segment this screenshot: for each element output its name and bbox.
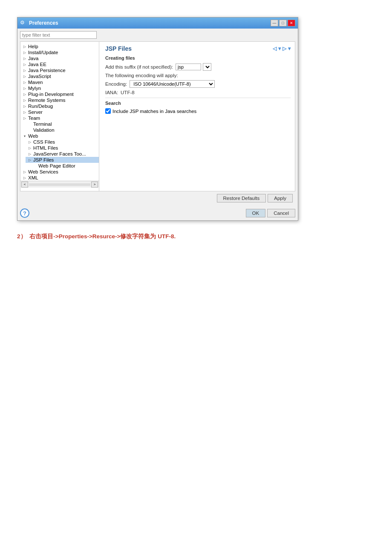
expand-icon: ▷ bbox=[22, 68, 27, 73]
tree-label: JavaServer Faces Too... bbox=[33, 151, 86, 156]
tree-label: Java EE bbox=[28, 62, 46, 67]
tree-label: Web Page Editor bbox=[38, 163, 75, 168]
filter-input[interactable] bbox=[20, 31, 97, 39]
tree-label: Validation bbox=[33, 127, 55, 133]
tree-item-server[interactable]: ▷ Server bbox=[20, 109, 99, 115]
search-section-title: Search bbox=[105, 101, 291, 106]
expand-icon: ▷ bbox=[22, 44, 27, 49]
tree-label: Plug-in Development bbox=[28, 92, 74, 97]
expand-icon: ▷ bbox=[27, 139, 32, 145]
tree-item-remote-systems[interactable]: ▷ Remote Systems bbox=[20, 97, 99, 103]
nav-forward-icon[interactable]: ▷ bbox=[282, 46, 286, 52]
scroll-track bbox=[29, 183, 90, 186]
nav-back-icon[interactable]: ◁ bbox=[273, 46, 277, 52]
expand-icon: ▷ bbox=[22, 56, 27, 61]
tree-item-mylyn[interactable]: ▷ Mylyn bbox=[20, 85, 99, 91]
suffix-label: Add this suffix (if not specified): bbox=[105, 64, 173, 69]
tree-item-web-page-editor[interactable]: Web Page Editor bbox=[31, 163, 99, 169]
ok-button[interactable]: OK bbox=[246, 209, 266, 217]
expand-icon: ▷ bbox=[22, 92, 27, 97]
panel-title-text: JSP Files bbox=[105, 45, 132, 52]
search-checkbox-row: Include JSP matches in Java searches bbox=[105, 108, 291, 114]
tree-label: XML bbox=[28, 175, 38, 180]
tree-item-terminal[interactable]: Terminal bbox=[26, 121, 99, 127]
annotation: 2） 右击项目->Properties->Resurce->修改字符集为 UTF… bbox=[17, 233, 176, 240]
expand-icon bbox=[27, 127, 32, 133]
scroll-right-btn[interactable]: > bbox=[91, 182, 98, 188]
tree-item-java[interactable]: ▷ Java bbox=[20, 55, 99, 61]
preferences-icon: ⚙ bbox=[20, 20, 27, 26]
tree-label: Team bbox=[28, 116, 40, 121]
suffix-input[interactable] bbox=[176, 64, 201, 70]
tree-label: JSP Files bbox=[33, 157, 54, 162]
tree-item-plugin-development[interactable]: ▷ Plug-in Development bbox=[20, 91, 99, 97]
tree-label: Web Services bbox=[28, 169, 58, 174]
apply-button[interactable]: Apply bbox=[268, 194, 293, 202]
tree-item-install-update[interactable]: ▷ Install/Update bbox=[20, 49, 99, 55]
title-bar: ⚙ Preferences — □ ✕ bbox=[17, 17, 298, 29]
scroll-left-btn[interactable]: < bbox=[21, 182, 28, 188]
tree-item-xml[interactable]: ▷ XML bbox=[20, 175, 99, 181]
tree-label: Server bbox=[28, 110, 43, 115]
expand-icon: ▷ bbox=[22, 74, 27, 79]
tree-scrollbar: < > bbox=[20, 181, 99, 188]
content-panel: JSP Files ◁ ▾ ▷ ▾ Creating files Add thi… bbox=[101, 42, 295, 191]
tree-label: Mylyn bbox=[28, 86, 41, 91]
restore-defaults-button[interactable]: Restore Defaults bbox=[217, 194, 266, 202]
preferences-dialog: ⚙ Preferences — □ ✕ ▷ Help bbox=[17, 17, 298, 221]
expand-icon: ▷ bbox=[22, 86, 27, 91]
encoding-row: Encoding: ISO 10646/Unicode(UTF-8) bbox=[105, 80, 291, 88]
tree-item-css-files[interactable]: ▷ CSS Files bbox=[26, 139, 99, 145]
expand-icon: ▷ bbox=[22, 104, 27, 109]
tree-label: Java bbox=[28, 56, 38, 61]
jsp-matches-label: Include JSP matches in Java searches bbox=[112, 109, 196, 114]
help-button[interactable]: ? bbox=[20, 208, 29, 218]
nav-down-icon[interactable]: ▾ bbox=[288, 46, 291, 52]
tree-item-java-ee[interactable]: ▷ Java EE bbox=[20, 61, 99, 67]
annotation-text: 右击项目->Properties->Resurce->修改字符集为 UTF-8. bbox=[29, 233, 176, 240]
tree-item-run-debug[interactable]: ▷ Run/Debug bbox=[20, 103, 99, 109]
suffix-row: Add this suffix (if not specified): bbox=[105, 63, 291, 71]
tree-label: CSS Files bbox=[33, 139, 55, 145]
tree-item-web-services[interactable]: ▷ Web Services bbox=[20, 169, 99, 175]
tree-item-web[interactable]: ▾ Web bbox=[20, 133, 99, 139]
expand-icon: ▷ bbox=[27, 151, 32, 156]
tree-item-jsp-files[interactable]: ▷ JSP Files bbox=[26, 157, 99, 163]
tree-item-help[interactable]: ▷ Help bbox=[20, 43, 99, 49]
tree-label: Help bbox=[28, 44, 38, 49]
tree-item-java-persistence[interactable]: ▷ Java Persistence bbox=[20, 67, 99, 73]
dialog-title: Preferences bbox=[29, 20, 58, 26]
tree-item-javascript[interactable]: ▷ JavaScript bbox=[20, 73, 99, 79]
tree-label: Run/Debug bbox=[28, 104, 53, 109]
tree-item-html-files[interactable]: ▷ HTML Files bbox=[26, 145, 99, 151]
panel-nav-icons: ◁ ▾ ▷ ▾ bbox=[273, 46, 291, 52]
tree-label: JavaScript bbox=[28, 74, 51, 79]
close-button[interactable]: ✕ bbox=[288, 20, 295, 26]
section-separator bbox=[105, 98, 291, 98]
page-wrapper: ⚙ Preferences — □ ✕ ▷ Help bbox=[17, 17, 375, 240]
tree-label: Maven bbox=[28, 80, 43, 85]
minimize-button[interactable]: — bbox=[271, 20, 278, 26]
tree-item-jsf-tools[interactable]: ▷ JavaServer Faces Too... bbox=[26, 151, 99, 157]
expand-icon bbox=[27, 121, 32, 127]
tree-item-maven[interactable]: ▷ Maven bbox=[20, 79, 99, 85]
expand-icon: ▷ bbox=[22, 98, 27, 103]
maximize-button[interactable]: □ bbox=[279, 20, 287, 26]
expand-icon: ▷ bbox=[22, 50, 27, 55]
annotation-number: 2） bbox=[17, 233, 26, 240]
iana-label: IANA: bbox=[105, 90, 118, 95]
jsp-matches-checkbox[interactable] bbox=[105, 108, 111, 114]
encoding-select[interactable]: ISO 10646/Unicode(UTF-8) bbox=[130, 80, 215, 88]
suffix-select[interactable] bbox=[203, 63, 211, 71]
cancel-button[interactable]: Cancel bbox=[267, 209, 295, 217]
filter-row bbox=[20, 31, 295, 39]
dialog-body: ▷ Help ▷ Install/Update ▷ Java ▷ Java EE bbox=[17, 29, 298, 206]
tree-label: Terminal bbox=[33, 121, 52, 127]
nav-drop-icon[interactable]: ▾ bbox=[278, 46, 281, 52]
expand-icon: ▷ bbox=[22, 116, 27, 121]
tree-item-team[interactable]: ▷ Team bbox=[20, 115, 99, 121]
collapse-icon: ▾ bbox=[22, 133, 27, 139]
title-bar-buttons: — □ ✕ bbox=[271, 20, 295, 26]
expand-icon: ▷ bbox=[22, 175, 27, 180]
tree-item-validation[interactable]: Validation bbox=[26, 127, 99, 133]
